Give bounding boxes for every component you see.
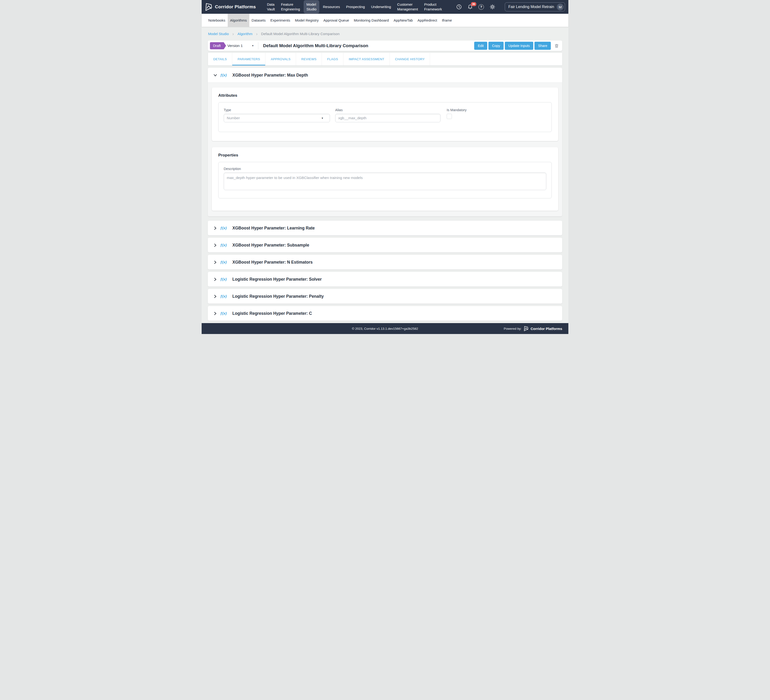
panel-title: XGBoost Hyper Parameter: Learning Rate [233, 226, 315, 231]
panel-title: XGBoost Hyper Parameter: Subsample [233, 243, 309, 248]
title-bar: Draft Version 1 ▼ Default Model Algorith… [208, 40, 562, 51]
share-button[interactable]: Share [534, 42, 551, 50]
param-panel-c: ƒ(x) Logistic Regression Hyper Parameter… [208, 306, 562, 321]
param-panel-n-estimators-header[interactable]: ƒ(x) XGBoost Hyper Parameter: N Estimato… [208, 255, 562, 269]
project-selector[interactable]: Fair Lending Model Retrain M [505, 2, 565, 11]
tab-details[interactable]: DETAILS [208, 53, 232, 65]
alias-label: Alias [335, 108, 442, 112]
subnav-item-appredirect[interactable]: AppRedirect [415, 14, 440, 27]
copyright-text: © 2023, Corridor v1.13.1.dev15667+ga3b25… [352, 327, 418, 331]
fx-icon: ƒ(x) [220, 226, 227, 230]
subnav-item-algorithms[interactable]: Algorithms [228, 14, 249, 27]
page: Corridor Platforms Data Vault Feature En… [202, 0, 568, 334]
project-label: Fair Lending Model Retrain [508, 5, 554, 9]
fx-icon: ƒ(x) [220, 294, 227, 298]
caret-down-icon: ▼ [252, 45, 254, 47]
nav-item-customer-management[interactable]: Customer Management [395, 1, 421, 13]
edit-button[interactable]: Edit [474, 42, 487, 50]
clock-icon[interactable] [456, 4, 462, 10]
panel-title: XGBoost Hyper Parameter: N Estimators [233, 260, 313, 265]
panel-title: Logistic Regression Hyper Parameter: Pen… [233, 294, 324, 299]
subnav-item-iframe[interactable]: Iframe [440, 14, 455, 27]
nav-item-model-studio[interactable]: Model Studio [304, 0, 320, 13]
trash-icon [554, 44, 559, 48]
corridor-logo-icon [205, 3, 213, 11]
title-actions: Edit Copy Update Inputs Share [474, 42, 560, 50]
type-select[interactable]: Number ▼ [224, 114, 330, 122]
param-panel-subsample-header[interactable]: ƒ(x) XGBoost Hyper Parameter: Subsample [208, 238, 562, 252]
tab-approvals[interactable]: APPROVALS [265, 53, 296, 65]
tab-impact-assessment[interactable]: IMPACT ASSESSMENT [343, 53, 390, 65]
brand-logo[interactable]: Corridor Platforms [205, 3, 256, 11]
alias-field: Alias [335, 108, 442, 122]
is-mandatory-checkbox[interactable] [446, 114, 452, 119]
param-panel-learning-rate: ƒ(x) XGBoost Hyper Parameter: Learning R… [208, 221, 562, 235]
detail-tabs: DETAILS PARAMETERS APPROVALS REVIEWS FLA… [208, 53, 562, 65]
navbar-actions: 36 ? Fair Lending Model Retrain M [456, 2, 565, 11]
version-label: Version 1 [228, 44, 243, 48]
properties-fields: Description max_depth hyper-parameter to… [218, 162, 552, 198]
help-icon[interactable]: ? [479, 4, 484, 10]
param-panel-max-depth-header[interactable]: ƒ(x) XGBoost Hyper Parameter: Max Depth [208, 68, 562, 83]
tab-flags[interactable]: FLAGS [322, 53, 343, 65]
chevron-right-icon [213, 311, 217, 316]
powered-by: Powered by: Corridor Platforms [504, 323, 562, 334]
nav-item-product-framework[interactable]: Product Framework [422, 1, 445, 13]
type-label: Type [224, 108, 330, 112]
powered-by-label: Powered by: [504, 327, 522, 331]
tab-reviews[interactable]: REVIEWS [296, 53, 322, 65]
subnav-item-experiments[interactable]: Experiments [268, 14, 293, 27]
corridor-logo-icon [524, 326, 529, 331]
nav-item-feature-engineering[interactable]: Feature Engineering [278, 1, 302, 13]
nav-item-prospecting[interactable]: Prospecting [343, 3, 367, 11]
copy-button[interactable]: Copy [489, 42, 504, 50]
gear-icon[interactable] [489, 4, 495, 10]
param-panel-c-header[interactable]: ƒ(x) Logistic Regression Hyper Parameter… [208, 306, 562, 321]
param-panel-penalty-header[interactable]: ƒ(x) Logistic Regression Hyper Parameter… [208, 289, 562, 304]
description-textarea[interactable]: max_depth hyper-parameter to be used in … [224, 173, 546, 190]
primary-nav: Data Vault Feature Engineering Model Stu… [264, 0, 445, 13]
chevron-down-icon [213, 73, 217, 77]
param-panel-solver-header[interactable]: ƒ(x) Logistic Regression Hyper Parameter… [208, 272, 562, 287]
subnav-item-appnewtab[interactable]: AppNewTab [391, 14, 415, 27]
param-panel-n-estimators: ƒ(x) XGBoost Hyper Parameter: N Estimato… [208, 255, 562, 269]
nav-item-resources[interactable]: Resources [320, 3, 343, 11]
nav-item-underwriting[interactable]: Underwriting [369, 3, 393, 11]
type-field: Type Number ▼ [224, 108, 330, 122]
caret-down-icon: ▼ [321, 117, 324, 119]
breadcrumb-link-algorithm[interactable]: Algorithm [238, 32, 252, 36]
subnav-item-notebooks[interactable]: Notebooks [206, 14, 228, 27]
description-label: Description [224, 167, 546, 171]
subnav-item-datasets[interactable]: Datasets [249, 14, 268, 27]
param-panel-subsample: ƒ(x) XGBoost Hyper Parameter: Subsample [208, 238, 562, 252]
panel-title: XGBoost Hyper Parameter: Max Depth [233, 73, 308, 78]
footer: © 2023, Corridor v1.13.1.dev15667+ga3b25… [202, 323, 568, 334]
panel-title: Logistic Regression Hyper Parameter: C [233, 311, 312, 316]
avatar[interactable]: M [557, 3, 564, 10]
chevron-right-icon: › [233, 32, 234, 36]
subnav-item-model-registry[interactable]: Model Registry [293, 14, 321, 27]
subnav-item-approval-queue[interactable]: Approval Queue [321, 14, 351, 27]
nav-item-data-vault[interactable]: Data Vault [264, 1, 278, 13]
fx-icon: ƒ(x) [220, 73, 227, 77]
subnav-item-monitoring-dashboard[interactable]: Monitoring Dashboard [351, 14, 391, 27]
page-title: Default Model Algorithm Multi-Library Co… [263, 43, 368, 48]
is-mandatory-label: Is Mandatory [446, 108, 467, 112]
param-panel-body: Attributes Type Number ▼ Alias Is [208, 83, 562, 216]
param-panel-learning-rate-header[interactable]: ƒ(x) XGBoost Hyper Parameter: Learning R… [208, 221, 562, 235]
tab-change-history[interactable]: CHANGE HISTORY [390, 53, 430, 65]
update-inputs-button[interactable]: Update Inputs [505, 42, 533, 50]
status-badge: Draft [210, 42, 224, 49]
notifications-bell-icon[interactable]: 36 [467, 4, 473, 10]
delete-button[interactable] [554, 44, 559, 48]
chevron-right-icon [213, 226, 217, 230]
fx-icon: ƒ(x) [220, 277, 227, 281]
tab-parameters[interactable]: PARAMETERS [232, 53, 265, 65]
panel-title: Logistic Regression Hyper Parameter: Sol… [233, 277, 322, 282]
chevron-right-icon: › [256, 32, 257, 36]
breadcrumb-link-model-studio[interactable]: Model Studio [208, 32, 229, 36]
version-selector[interactable]: Version 1 ▼ [228, 44, 254, 48]
chevron-right-icon [213, 260, 217, 264]
alias-input[interactable] [335, 114, 440, 122]
breadcrumb: Model Studio › Algorithm › Default Model… [208, 27, 562, 40]
